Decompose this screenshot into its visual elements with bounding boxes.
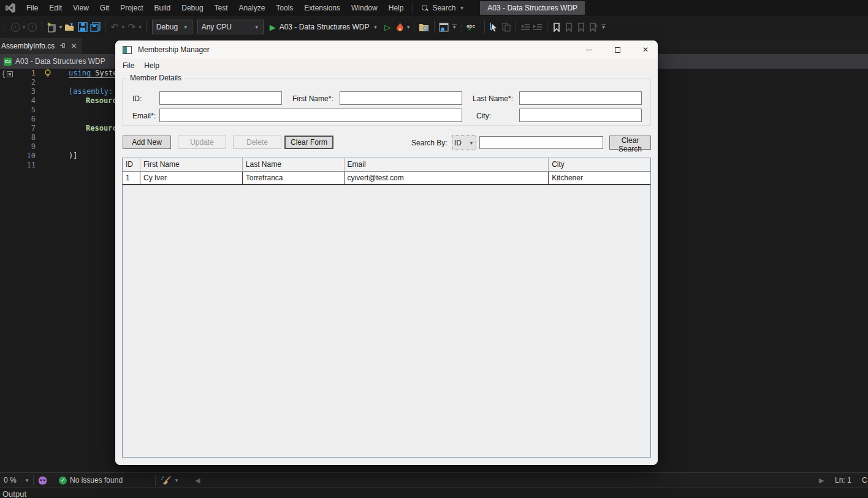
issues-status-text[interactable]: No issues found	[70, 473, 123, 488]
undo-dropdown[interactable]: ▼	[121, 25, 126, 30]
email-field[interactable]	[159, 109, 462, 122]
add-new-button[interactable]: Add New	[123, 136, 171, 149]
menu-help[interactable]: Help	[383, 0, 409, 16]
dialog-menu-file[interactable]: File	[118, 61, 139, 70]
solution-platform-combo[interactable]: Any CPU ▼	[197, 20, 264, 34]
last-name-field[interactable]	[519, 91, 642, 105]
output-panel: Output	[0, 487, 868, 498]
menu-file[interactable]: File	[21, 0, 44, 16]
scroll-right-arrow[interactable]: ▶	[819, 473, 824, 488]
bookmark-overflow-dropdown[interactable]: ▼	[601, 25, 606, 29]
cell-first-name[interactable]: Cy Iver	[140, 172, 243, 184]
start-without-debugging-button[interactable]: ▷	[381, 19, 394, 35]
clear-form-button[interactable]: Clear Form	[284, 136, 333, 149]
run-target-dropdown: ▼	[373, 25, 378, 30]
menu-test[interactable]: Test	[209, 0, 234, 16]
toolbar-overflow-dropdown[interactable]: ▼	[452, 25, 457, 29]
maximize-button[interactable]	[607, 40, 628, 59]
cell-city[interactable]: Kitchener	[549, 172, 650, 184]
grid-header-city[interactable]: City	[549, 158, 650, 171]
menu-extensions[interactable]: Extensions	[299, 0, 346, 16]
menu-debug[interactable]: Debug	[176, 0, 208, 16]
delete-button[interactable]: Delete	[233, 136, 281, 149]
dialog-titlebar[interactable]: Membership Manager ✕	[115, 40, 658, 59]
cell-email[interactable]: cyivert@test.com	[345, 172, 549, 184]
clear-search-button[interactable]: Clear Search	[609, 136, 651, 150]
menu-git[interactable]: Git	[94, 0, 115, 16]
selection-mode-button[interactable]	[488, 19, 500, 35]
toolbar-grip[interactable]: ⋮	[1, 24, 7, 31]
scroll-left-arrow[interactable]: ◀	[195, 473, 200, 488]
new-project-button[interactable]	[45, 19, 58, 35]
menu-tools[interactable]: Tools	[270, 0, 299, 16]
vs-search-control[interactable]: Search ▼	[417, 4, 469, 12]
menu-build[interactable]: Build	[149, 0, 177, 16]
paste-button[interactable]	[500, 19, 512, 35]
redo-button[interactable]: ↷	[126, 19, 138, 35]
save-all-button[interactable]	[89, 19, 102, 35]
first-name-field[interactable]	[340, 91, 462, 105]
cell-last-name[interactable]: Torrefranca	[243, 172, 345, 184]
code-cleanup-broom-icon[interactable]	[161, 473, 171, 488]
navigate-back-button[interactable]: ‹	[9, 19, 21, 35]
menu-window[interactable]: Window	[346, 0, 383, 16]
close-button[interactable]: ✕	[635, 40, 656, 59]
grid-header-id[interactable]: ID	[123, 158, 140, 171]
decrease-indent-button[interactable]	[519, 19, 531, 35]
search-query-field[interactable]	[479, 136, 603, 149]
minimize-button[interactable]	[579, 40, 600, 59]
menu-edit[interactable]: Edit	[44, 0, 67, 16]
id-field[interactable]	[159, 91, 282, 105]
zoom-control[interactable]: 0 %	[4, 473, 17, 488]
next-bookmark-button[interactable]	[575, 19, 587, 35]
solution-configuration-combo[interactable]: Debug ▼	[152, 20, 192, 34]
grid-header-first-name[interactable]: First Name	[140, 158, 243, 171]
update-button[interactable]: Update	[178, 136, 226, 149]
line-number: 3	[18, 87, 36, 96]
start-debugging-button[interactable]: ▶ A03 - Data Structures WDP ▼	[266, 23, 382, 32]
open-file-button[interactable]	[63, 19, 77, 35]
lightbulb-icon[interactable]	[44, 69, 51, 79]
dialog-title: Membership Manager	[138, 45, 210, 54]
clear-bookmarks-button[interactable]	[587, 19, 600, 35]
find-in-files-button[interactable]	[417, 19, 431, 35]
search-label: Search	[432, 4, 455, 12]
city-field[interactable]	[519, 109, 642, 122]
members-data-grid[interactable]: ID First Name Last Name Email City 1 Cy …	[122, 158, 651, 458]
pin-icon[interactable]	[59, 42, 66, 50]
copilot-status-icon[interactable]	[38, 473, 47, 488]
zoom-dropdown[interactable]: ▼	[25, 473, 29, 488]
new-project-dropdown[interactable]: ▼	[58, 25, 63, 30]
save-button[interactable]	[77, 19, 89, 35]
id-label: ID:	[132, 92, 142, 105]
hot-reload-button[interactable]	[394, 19, 406, 35]
document-title-tab[interactable]: A03 - Data Structures WDP	[480, 1, 585, 15]
spell-checker-button[interactable]: abc✓	[465, 18, 481, 34]
redo-dropdown[interactable]: ▼	[138, 25, 143, 30]
menu-project[interactable]: Project	[115, 0, 148, 16]
output-panel-title[interactable]: Output	[2, 489, 26, 498]
navigate-home-button[interactable]	[438, 19, 450, 35]
chevron-down-icon: ▼	[459, 6, 464, 11]
issues-check-icon[interactable]: ✓	[59, 473, 67, 488]
previous-bookmark-button[interactable]	[563, 19, 575, 35]
grid-header-last-name[interactable]: Last Name	[243, 158, 345, 171]
close-icon[interactable]: ✕	[70, 42, 77, 50]
toggle-bookmark-button[interactable]	[550, 19, 563, 35]
outline-margin-glyph[interactable]: {	[1, 70, 13, 79]
tab-assemblyinfo[interactable]: AssemblyInfo.cs ✕	[0, 38, 82, 54]
grid-header-email[interactable]: Email	[345, 158, 549, 171]
undo-button[interactable]: ↶	[108, 19, 121, 35]
menu-view[interactable]: View	[67, 0, 94, 16]
table-row[interactable]: 1 Cy Iver Torrefranca cyivert@test.com K…	[123, 172, 650, 185]
increase-indent-button[interactable]	[531, 19, 544, 35]
navigate-forward-button[interactable]: ›	[26, 19, 39, 35]
code-cleanup-dropdown[interactable]: ▼	[174, 473, 179, 488]
code-line-7: Resourc	[86, 124, 117, 133]
hot-reload-dropdown[interactable]: ▼	[406, 25, 411, 30]
dialog-menu-help[interactable]: Help	[139, 61, 164, 70]
search-by-combo[interactable]: ID ▼	[452, 136, 476, 150]
cell-id[interactable]: 1	[123, 172, 140, 184]
navigate-back-dropdown[interactable]: ▼	[21, 25, 26, 30]
menu-analyze[interactable]: Analyze	[234, 0, 271, 16]
